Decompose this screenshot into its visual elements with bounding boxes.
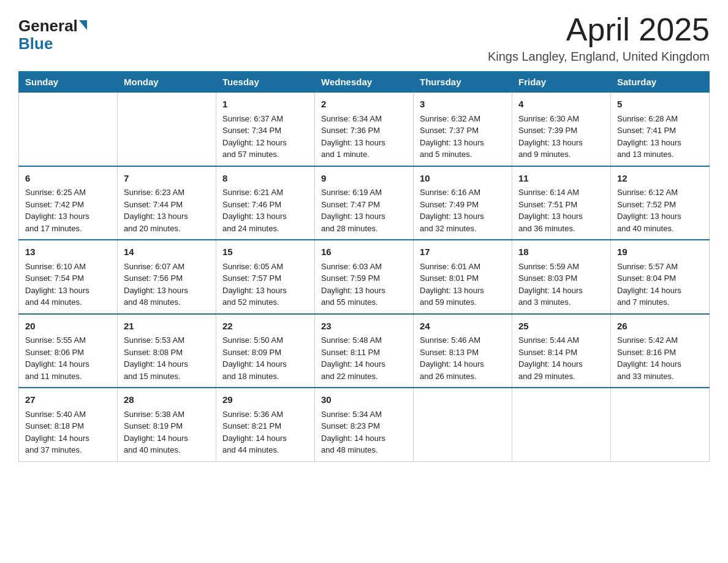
logo-general-text: General (18, 17, 78, 35)
calendar-cell: 15Sunrise: 6:05 AM Sunset: 7:57 PM Dayli… (216, 240, 315, 314)
calendar-cell: 9Sunrise: 6:19 AM Sunset: 7:47 PM Daylig… (315, 166, 414, 240)
day-number: 4 (518, 98, 604, 112)
calendar-cell: 24Sunrise: 5:46 AM Sunset: 8:13 PM Dayli… (414, 314, 512, 388)
day-info: Sunrise: 6:16 AM Sunset: 7:49 PM Dayligh… (420, 186, 506, 234)
day-info: Sunrise: 6:34 AM Sunset: 7:36 PM Dayligh… (321, 113, 407, 161)
day-number: 24 (420, 320, 506, 334)
calendar-cell: 26Sunrise: 5:42 AM Sunset: 8:16 PM Dayli… (611, 314, 710, 388)
page-header: General Blue April 2025 Kings Langley, E… (18, 12, 710, 64)
day-number: 17 (420, 245, 506, 259)
day-number: 7 (124, 172, 210, 186)
day-number: 20 (25, 320, 111, 334)
day-info: Sunrise: 5:59 AM Sunset: 8:03 PM Dayligh… (518, 261, 604, 308)
day-info: Sunrise: 6:25 AM Sunset: 7:42 PM Dayligh… (25, 186, 111, 234)
day-number: 2 (321, 98, 407, 112)
calendar-header-row: SundayMondayTuesdayWednesdayThursdayFrid… (19, 72, 710, 93)
calendar-cell: 23Sunrise: 5:48 AM Sunset: 8:11 PM Dayli… (315, 314, 414, 388)
day-info: Sunrise: 5:57 AM Sunset: 8:04 PM Dayligh… (617, 261, 703, 308)
day-number: 5 (617, 98, 703, 112)
column-header-sunday: Sunday (19, 72, 118, 93)
day-info: Sunrise: 5:55 AM Sunset: 8:06 PM Dayligh… (25, 334, 111, 382)
day-info: Sunrise: 6:10 AM Sunset: 7:54 PM Dayligh… (25, 261, 111, 308)
logo: General Blue (18, 17, 87, 52)
day-number: 25 (518, 320, 604, 334)
day-info: Sunrise: 5:44 AM Sunset: 8:14 PM Dayligh… (518, 334, 604, 382)
day-info: Sunrise: 5:34 AM Sunset: 8:23 PM Dayligh… (321, 408, 407, 456)
day-number: 10 (420, 172, 506, 186)
day-number: 11 (518, 172, 604, 186)
column-header-monday: Monday (118, 72, 216, 93)
calendar-cell (118, 93, 216, 166)
calendar-table: SundayMondayTuesdayWednesdayThursdayFrid… (18, 71, 710, 462)
day-number: 14 (124, 245, 210, 259)
day-number: 18 (518, 245, 604, 259)
day-number: 8 (222, 172, 308, 186)
calendar-cell (611, 388, 710, 461)
day-number: 26 (617, 320, 703, 334)
calendar-cell: 16Sunrise: 6:03 AM Sunset: 7:59 PM Dayli… (315, 240, 414, 314)
day-info: Sunrise: 5:38 AM Sunset: 8:19 PM Dayligh… (124, 408, 210, 456)
day-info: Sunrise: 6:37 AM Sunset: 7:34 PM Dayligh… (222, 113, 308, 161)
calendar-cell: 17Sunrise: 6:01 AM Sunset: 8:01 PM Dayli… (414, 240, 512, 314)
day-info: Sunrise: 5:42 AM Sunset: 8:16 PM Dayligh… (617, 334, 703, 382)
calendar-cell: 1Sunrise: 6:37 AM Sunset: 7:34 PM Daylig… (216, 93, 315, 166)
calendar-cell: 25Sunrise: 5:44 AM Sunset: 8:14 PM Dayli… (512, 314, 611, 388)
logo-general: General (18, 17, 87, 35)
calendar-cell: 20Sunrise: 5:55 AM Sunset: 8:06 PM Dayli… (19, 314, 118, 388)
day-info: Sunrise: 6:28 AM Sunset: 7:41 PM Dayligh… (617, 113, 703, 161)
day-info: Sunrise: 6:12 AM Sunset: 7:52 PM Dayligh… (617, 186, 703, 234)
calendar-cell: 22Sunrise: 5:50 AM Sunset: 8:09 PM Dayli… (216, 314, 315, 388)
day-info: Sunrise: 6:07 AM Sunset: 7:56 PM Dayligh… (124, 261, 210, 308)
day-number: 28 (124, 393, 210, 407)
day-info: Sunrise: 5:50 AM Sunset: 8:09 PM Dayligh… (222, 334, 308, 382)
day-info: Sunrise: 6:30 AM Sunset: 7:39 PM Dayligh… (518, 113, 604, 161)
day-info: Sunrise: 5:53 AM Sunset: 8:08 PM Dayligh… (124, 334, 210, 382)
calendar-week-row: 13Sunrise: 6:10 AM Sunset: 7:54 PM Dayli… (19, 240, 710, 314)
title-block: April 2025 Kings Langley, England, Unite… (488, 12, 710, 64)
calendar-cell: 21Sunrise: 5:53 AM Sunset: 8:08 PM Dayli… (118, 314, 216, 388)
day-info: Sunrise: 6:05 AM Sunset: 7:57 PM Dayligh… (222, 261, 308, 308)
day-info: Sunrise: 6:23 AM Sunset: 7:44 PM Dayligh… (124, 186, 210, 234)
calendar-cell: 10Sunrise: 6:16 AM Sunset: 7:49 PM Dayli… (414, 166, 512, 240)
calendar-week-row: 20Sunrise: 5:55 AM Sunset: 8:06 PM Dayli… (19, 314, 710, 388)
calendar-title: April 2025 (488, 12, 710, 47)
day-number: 23 (321, 320, 407, 334)
day-number: 6 (25, 172, 111, 186)
calendar-cell: 27Sunrise: 5:40 AM Sunset: 8:18 PM Dayli… (19, 388, 118, 461)
day-info: Sunrise: 6:01 AM Sunset: 8:01 PM Dayligh… (420, 261, 506, 308)
calendar-cell: 19Sunrise: 5:57 AM Sunset: 8:04 PM Dayli… (611, 240, 710, 314)
day-number: 21 (124, 320, 210, 334)
calendar-week-row: 1Sunrise: 6:37 AM Sunset: 7:34 PM Daylig… (19, 93, 710, 166)
calendar-cell: 7Sunrise: 6:23 AM Sunset: 7:44 PM Daylig… (118, 166, 216, 240)
day-info: Sunrise: 6:03 AM Sunset: 7:59 PM Dayligh… (321, 261, 407, 308)
column-header-saturday: Saturday (611, 72, 710, 93)
calendar-cell: 4Sunrise: 6:30 AM Sunset: 7:39 PM Daylig… (512, 93, 611, 166)
day-info: Sunrise: 6:21 AM Sunset: 7:46 PM Dayligh… (222, 186, 308, 234)
day-number: 1 (222, 98, 308, 112)
day-info: Sunrise: 5:36 AM Sunset: 8:21 PM Dayligh… (222, 408, 308, 456)
day-info: Sunrise: 5:46 AM Sunset: 8:13 PM Dayligh… (420, 334, 506, 382)
day-number: 29 (222, 393, 308, 407)
calendar-cell: 14Sunrise: 6:07 AM Sunset: 7:56 PM Dayli… (118, 240, 216, 314)
calendar-cell: 8Sunrise: 6:21 AM Sunset: 7:46 PM Daylig… (216, 166, 315, 240)
calendar-week-row: 27Sunrise: 5:40 AM Sunset: 8:18 PM Dayli… (19, 388, 710, 461)
calendar-cell: 3Sunrise: 6:32 AM Sunset: 7:37 PM Daylig… (414, 93, 512, 166)
day-info: Sunrise: 6:32 AM Sunset: 7:37 PM Dayligh… (420, 113, 506, 161)
day-number: 19 (617, 245, 703, 259)
day-info: Sunrise: 5:40 AM Sunset: 8:18 PM Dayligh… (25, 408, 111, 456)
day-number: 13 (25, 245, 111, 259)
calendar-cell: 29Sunrise: 5:36 AM Sunset: 8:21 PM Dayli… (216, 388, 315, 461)
day-number: 16 (321, 245, 407, 259)
calendar-cell: 13Sunrise: 6:10 AM Sunset: 7:54 PM Dayli… (19, 240, 118, 314)
day-info: Sunrise: 6:14 AM Sunset: 7:51 PM Dayligh… (518, 186, 604, 234)
calendar-cell: 5Sunrise: 6:28 AM Sunset: 7:41 PM Daylig… (611, 93, 710, 166)
calendar-subtitle: Kings Langley, England, United Kingdom (488, 50, 710, 64)
day-number: 3 (420, 98, 506, 112)
day-info: Sunrise: 5:48 AM Sunset: 8:11 PM Dayligh… (321, 334, 407, 382)
day-number: 27 (25, 393, 111, 407)
day-info: Sunrise: 6:19 AM Sunset: 7:47 PM Dayligh… (321, 186, 407, 234)
calendar-cell: 30Sunrise: 5:34 AM Sunset: 8:23 PM Dayli… (315, 388, 414, 461)
calendar-cell (512, 388, 611, 461)
logo-blue-text: Blue (18, 35, 53, 53)
calendar-week-row: 6Sunrise: 6:25 AM Sunset: 7:42 PM Daylig… (19, 166, 710, 240)
